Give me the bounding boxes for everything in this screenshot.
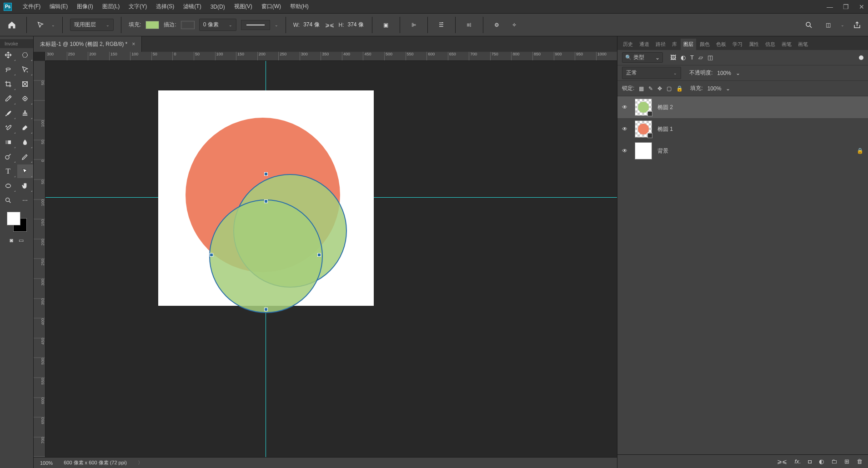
menu-select[interactable]: 选择(S) [156,3,174,10]
menu-type[interactable]: 文字(Y) [129,3,147,10]
menu-file[interactable]: 文件(F) [23,3,40,10]
healing-tool[interactable] [17,92,34,105]
frame-tool[interactable] [17,77,34,91]
layer-name[interactable]: 椭圆 2 [657,104,673,111]
lock-all-icon[interactable]: 🔒 [676,85,683,92]
path-arrange-icon[interactable]: ☰̂ [435,19,448,31]
transform-handle[interactable] [264,308,268,311]
panel-tab[interactable]: 颜色 [697,39,712,50]
stroke-width-select[interactable]: 0 像素 ⌄ [199,19,236,31]
stroke-color-swatch[interactable] [181,21,195,29]
panel-tab[interactable]: 画笔 [779,39,794,50]
marquee-tool[interactable] [17,48,34,62]
transform-handle[interactable] [210,253,213,257]
canvas-dimensions[interactable]: 600 像素 x 600 像素 (72 ppi) [64,459,127,466]
menu-filter[interactable]: 滤镜(T) [183,3,201,10]
close-tab-icon[interactable]: × [132,41,135,47]
path-distribute-icon[interactable]: ≡⁞ [463,19,476,31]
panel-tab[interactable]: 画笔 [795,39,811,50]
more-tools[interactable]: ⋯ [17,194,34,207]
shape-ellipse-2-b[interactable] [209,199,323,313]
canvas[interactable] [158,90,374,306]
filter-adjust-icon[interactable]: ◐ [681,54,686,61]
panel-tab[interactable]: 属性 [746,39,762,50]
layer-visibility-icon[interactable]: 👁 [622,126,629,132]
shape-tool[interactable] [0,179,16,193]
delete-layer-icon[interactable]: 🗑 [857,458,863,465]
filter-pixel-icon[interactable]: 🖼 [670,54,676,61]
layer-thumbnail[interactable] [635,142,652,159]
canvas-viewport[interactable] [45,61,617,457]
layer-row[interactable]: 👁椭圆 1 [617,118,868,140]
layer-visibility-icon[interactable]: 👁 [622,148,629,154]
layer-thumbnail[interactable] [635,99,652,116]
transform-handle[interactable] [264,199,268,203]
path-combine-icon[interactable]: ▣ [380,19,392,31]
gradient-tool[interactable] [0,135,16,149]
brush-tool[interactable] [0,106,16,120]
panel-tab[interactable]: 库 [669,39,680,50]
layer-row[interactable]: 👁椭圆 2 [617,96,868,118]
type-tool[interactable]: T [0,164,16,178]
menu-3d[interactable]: 3D(D) [211,4,225,10]
panel-tab[interactable]: 色板 [713,39,729,50]
panel-tab[interactable]: 学习 [730,39,745,50]
lock-position-icon[interactable]: ✥ [657,85,662,92]
transform-handle[interactable] [264,172,268,176]
new-layer-icon[interactable]: ⊞ [844,458,849,465]
fill-opacity-value[interactable]: 100% [707,85,722,92]
layer-name[interactable]: 背景 [657,147,668,155]
filter-type-icon[interactable]: T [690,54,694,61]
width-field[interactable]: 374 像 [302,21,320,29]
link-layers-icon[interactable]: ⩾⩽ [777,458,787,465]
share-icon[interactable] [851,19,863,31]
quick-mask-icon[interactable]: ◙ [10,237,13,244]
minimize-icon[interactable]: — [827,3,833,10]
menu-layer[interactable]: 图层(L) [102,3,120,10]
close-window-icon[interactable]: ✕ [859,3,864,10]
document-tab[interactable]: 未标题-1 @ 100% (椭圆 2, RGB/8) * × [34,36,142,52]
link-wh-icon[interactable]: ⩾⩽ [325,22,334,28]
blend-mode-select[interactable]: 正常 ⌄ [622,67,681,79]
zoom-tool[interactable] [0,194,16,207]
menu-window[interactable]: 窗口(W) [261,3,281,10]
hand-tool[interactable] [17,179,34,193]
pen-tool[interactable] [17,150,34,164]
gear-icon[interactable]: ⚙ [491,19,503,31]
menu-view[interactable]: 视图(V) [234,3,252,10]
path-select-tool[interactable] [17,164,34,178]
filter-toggle[interactable] [859,55,863,60]
panel-tab[interactable]: 历史 [620,39,636,50]
align-to-pixel-icon[interactable]: ✧ [508,19,521,31]
crop-tool[interactable] [0,77,16,91]
lock-paint-icon[interactable]: ✎ [648,85,653,92]
eraser-tool[interactable] [17,121,34,134]
foreground-color-swatch[interactable] [7,212,20,225]
screen-mode-icon[interactable]: ▭ [19,237,24,244]
lock-artboard-icon[interactable]: ▢ [667,85,672,92]
height-field[interactable]: 374 像 [347,21,365,29]
layer-thumbnail[interactable] [635,120,652,138]
transform-handle[interactable] [317,253,321,257]
panel-tab[interactable]: 图层 [681,39,696,50]
stroke-style-select[interactable] [241,20,270,30]
restore-icon[interactable]: ❐ [843,3,849,10]
horizontal-ruler[interactable]: 3002502001501005005010015020025030035040… [45,52,617,61]
opacity-value[interactable]: 100% [717,70,731,76]
menu-edit[interactable]: 编辑(E) [50,3,68,10]
layer-group-icon[interactable]: 🗀 [831,458,837,465]
layer-filter-kind[interactable]: 🔍 类型 ⌄ [622,52,663,63]
layer-name[interactable]: 椭圆 1 [657,125,673,133]
lasso-tool[interactable] [0,63,16,76]
zoom-level[interactable]: 100% [40,460,53,466]
layer-mask-icon[interactable]: ◘ [808,458,812,465]
stamp-tool[interactable] [17,106,34,120]
panel-tab[interactable]: 信息 [763,39,778,50]
panel-tab[interactable]: 路径 [653,39,668,50]
fill-color-swatch[interactable] [146,21,159,29]
layer-visibility-icon[interactable]: 👁 [622,104,629,110]
quick-select-tool[interactable] [17,63,34,76]
panel-tab[interactable]: 通道 [637,39,652,50]
blur-tool[interactable] [17,135,34,149]
lock-transparency-icon[interactable]: ▦ [639,85,644,92]
